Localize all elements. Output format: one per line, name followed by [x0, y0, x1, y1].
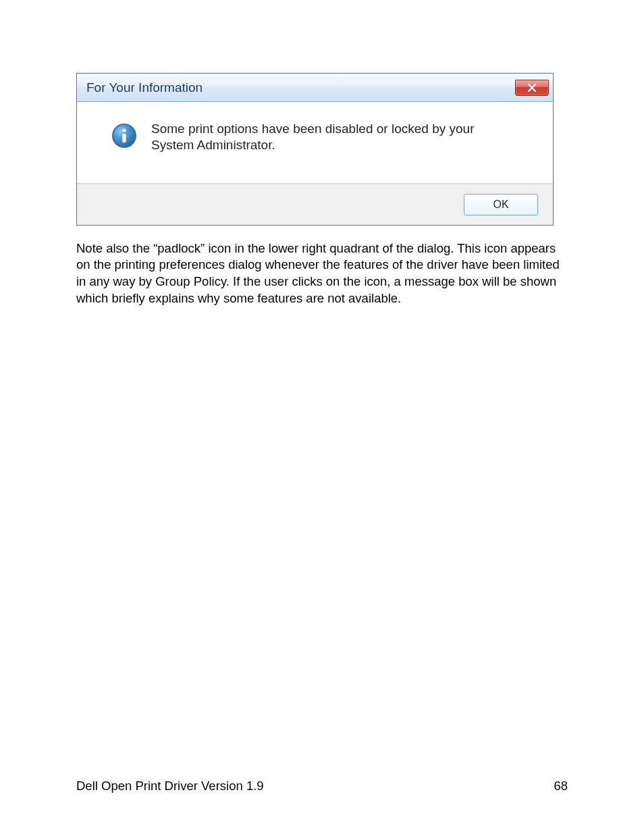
dialog-titlebar[interactable]: For Your Information — [77, 74, 553, 102]
dialog-body: Some print options have been disabled or… — [77, 102, 553, 184]
page-footer: Dell Open Print Driver Version 1.9 68 — [76, 779, 568, 793]
footer-left: Dell Open Print Driver Version 1.9 — [76, 779, 264, 793]
note-paragraph: Note also the “padlock” icon in the lowe… — [76, 240, 568, 308]
dialog-button-row: OK — [77, 184, 553, 225]
close-button[interactable] — [515, 80, 549, 96]
footer-page-number: 68 — [554, 779, 568, 793]
close-icon — [527, 84, 537, 92]
info-dialog: For Your Information — [76, 73, 554, 226]
svg-point-1 — [122, 128, 126, 132]
dialog-message: Some print options have been disabled or… — [151, 121, 516, 153]
screenshot-figure: For Your Information — [76, 73, 554, 226]
ok-button-label: OK — [493, 199, 508, 211]
ok-button[interactable]: OK — [464, 194, 538, 215]
document-page: For Your Information — [0, 0, 644, 834]
dialog-title: For Your Information — [86, 80, 203, 95]
info-icon — [111, 122, 138, 149]
svg-rect-2 — [122, 134, 126, 142]
